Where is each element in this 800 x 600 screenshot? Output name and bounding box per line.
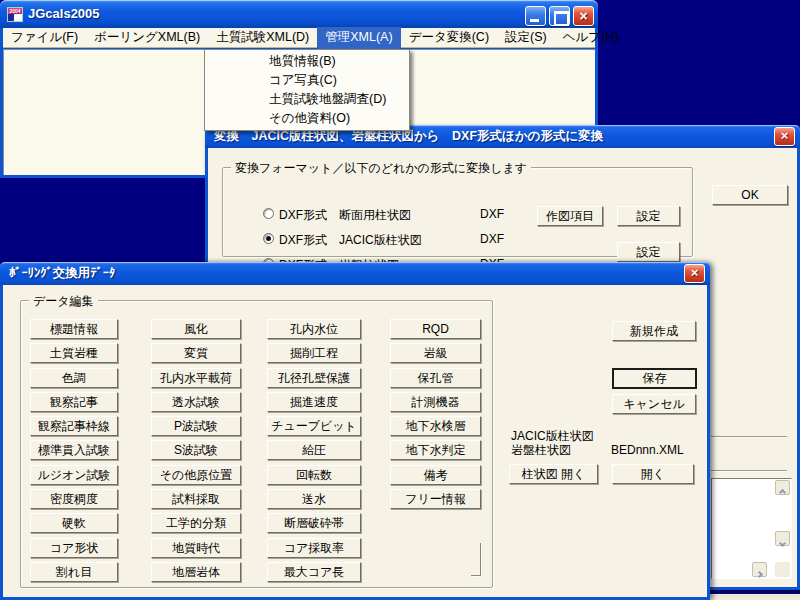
dxf-suffix-label: DXF (480, 207, 504, 221)
format-groupbox-label: 変換フォーマット／以下のどれかの形式に変換します (231, 160, 531, 177)
convert-list-box[interactable] (711, 478, 792, 579)
edit-item-button[interactable]: P波試験 (151, 416, 241, 436)
separator-line (711, 470, 787, 471)
edit-item-button[interactable]: 透水試験 (151, 392, 241, 412)
edit-item-button[interactable]: 孔内水平載荷 (151, 368, 241, 388)
radio-dxf-jacic-label: DXF形式 JACIC版柱状図 (279, 232, 422, 249)
format-groupbox: 変換フォーマット／以下のどれかの形式に変換します DXF形式 断面用柱状図 DX… (222, 167, 693, 257)
edit-item-button[interactable]: 観察記事枠線 (30, 416, 118, 436)
edit-item-button[interactable]: チューブビット (267, 416, 361, 436)
edit-item-button[interactable]: 標題情報 (30, 319, 118, 339)
ok-button[interactable]: OK (712, 185, 788, 205)
inner-frame-corner (471, 543, 481, 576)
edit-item-button[interactable]: 地質時代 (151, 538, 241, 558)
edit-item-button[interactable]: 変質 (151, 343, 241, 363)
settings-button-2[interactable]: 設定 (617, 242, 680, 262)
radio-dxf-jacic[interactable] (263, 233, 274, 244)
edit-item-button[interactable]: 風化 (151, 319, 241, 339)
edit-item-button[interactable]: 工学的分類 (151, 513, 241, 533)
menu-bar: ファイル(F) ボーリングXML(B) 土質試験XML(D) 管理XML(A) … (3, 28, 595, 48)
close-icon[interactable]: × (774, 127, 795, 146)
edit-item-button[interactable]: 備考 (390, 465, 481, 485)
menu-option-other-docs[interactable]: その他資料(O) (205, 109, 409, 128)
edit-item-button[interactable]: 割れ目 (30, 562, 118, 582)
app-icon-mark (8, 14, 22, 22)
new-button[interactable]: 新規作成 (612, 321, 696, 341)
edit-item-button[interactable]: 標準貫入試験 (30, 440, 118, 460)
plot-items-button[interactable]: 作図項目 (537, 206, 603, 226)
edit-item-button[interactable]: 孔内水位 (267, 319, 361, 339)
cancel-button[interactable]: キャンセル (612, 394, 696, 414)
edit-item-button[interactable]: 掘削工程 (267, 343, 361, 363)
app-icon-year: 2004 (8, 8, 22, 14)
edit-item-button[interactable]: 硬軟 (30, 513, 118, 533)
app-icon: 2004 (7, 7, 23, 22)
edit-item-button[interactable]: 色調 (30, 368, 118, 388)
main-title-bar[interactable]: 2004 JGcals2005 × (0, 0, 598, 28)
edit-item-button[interactable]: 計測機器 (390, 392, 481, 412)
maximize-button[interactable] (549, 6, 570, 26)
edit-item-button[interactable]: 土質岩種 (30, 343, 118, 363)
window-title: JGcals2005 (28, 6, 100, 21)
menu-item-file[interactable]: ファイル(F) (3, 27, 86, 49)
boring-exchange-dialog: ﾎﾞｰﾘﾝｸﾞ交換用ﾃﾞｰﾀ × データ編集 標題情報 土質岩種 色調 観察記事… (0, 262, 710, 600)
edit-item-button[interactable]: 回転数 (267, 465, 361, 485)
edit-item-button[interactable]: 孔径孔壁保護 (267, 368, 361, 388)
scroll-right-button[interactable] (752, 562, 767, 577)
radio-dxf-section-label: DXF形式 断面用柱状図 (279, 207, 411, 224)
data-edit-groupbox-label: データ編集 (29, 293, 98, 310)
menu-option-geology-info[interactable]: 地質情報(B) (205, 52, 409, 71)
menu-item-kanri-xml[interactable]: 管理XML(A) (317, 27, 400, 49)
menu-item-soil-test-xml[interactable]: 土質試験XML(D) (208, 27, 317, 49)
radio-dxf-section[interactable] (263, 208, 274, 219)
edit-item-button[interactable]: 給圧 (267, 440, 361, 460)
jacic-chart-label-line2: 岩盤柱状図 (511, 443, 571, 457)
close-icon[interactable]: × (684, 264, 705, 283)
edit-item-button[interactable]: 断層破砕帯 (267, 513, 361, 533)
edit-item-button[interactable]: 送水 (267, 489, 361, 509)
open-xml-button[interactable]: 開く (612, 464, 694, 484)
scrollbar-corner (775, 562, 790, 577)
boring-dialog-title-bar[interactable]: ﾎﾞｰﾘﾝｸﾞ交換用ﾃﾞｰﾀ × (0, 262, 710, 285)
edit-item-button[interactable]: RQD (390, 319, 481, 339)
edit-item-button[interactable]: コア採取率 (267, 538, 361, 558)
scroll-up-button[interactable] (775, 480, 790, 495)
menu-item-data-convert[interactable]: データ変換(C) (401, 27, 497, 49)
jacic-chart-label: JACIC版柱状図 岩盤柱状図 (511, 429, 594, 457)
edit-item-button[interactable]: その他原位置 (151, 465, 241, 485)
edit-item-button[interactable]: 試料採取 (151, 489, 241, 509)
save-button[interactable]: 保存 (612, 368, 697, 389)
menu-item-boring-xml[interactable]: ボーリングXML(B) (86, 27, 208, 49)
edit-item-button[interactable]: 岩級 (390, 343, 481, 363)
scroll-down-button[interactable] (775, 531, 790, 546)
edit-item-button[interactable]: 地層岩体 (151, 562, 241, 582)
separator-line (711, 436, 787, 437)
edit-item-button[interactable]: 地下水判定 (390, 440, 481, 460)
menu-option-core-photo[interactable]: コア写真(C) (205, 71, 409, 90)
settings-button-1[interactable]: 設定 (617, 206, 680, 226)
menu-item-help[interactable]: ヘルプ(H) (555, 27, 627, 49)
dxf-suffix-label: DXF (480, 232, 504, 246)
edit-item-button[interactable]: 最大コア長 (267, 562, 361, 582)
edit-item-button[interactable]: S波試験 (151, 440, 241, 460)
close-button[interactable]: × (573, 6, 594, 26)
open-chart-button[interactable]: 柱状図 開く (509, 464, 598, 484)
boring-dialog-client: データ編集 標題情報 土質岩種 色調 観察記事 観察記事枠線 標準貫入試験 ルジ… (3, 285, 707, 597)
edit-item-button[interactable]: ルジオン試験 (30, 465, 118, 485)
boring-dialog-title: ﾎﾞｰﾘﾝｸﾞ交換用ﾃﾞｰﾀ (9, 266, 115, 280)
edit-item-button[interactable]: 観察記事 (30, 392, 118, 412)
edit-item-button[interactable]: コア形状 (30, 538, 118, 558)
convert-dialog-title: 変換 JACIC版柱状図、岩盤柱状図から DXF形式ほかの形式に変換 (214, 129, 603, 143)
edit-item-button[interactable]: 密度稠度 (30, 489, 118, 509)
minimize-button[interactable] (525, 6, 546, 26)
menu-item-settings[interactable]: 設定(S) (497, 27, 555, 49)
bed-xml-label: BEDnnn.XML (611, 443, 684, 457)
edit-item-button[interactable]: 保孔管 (390, 368, 481, 388)
kanri-xml-dropdown-menu: 地質情報(B) コア写真(C) 土質試験地盤調査(D) その他資料(O) (204, 49, 410, 131)
menu-option-soil-test-survey[interactable]: 土質試験地盤調査(D) (205, 90, 409, 109)
edit-item-button[interactable]: フリー情報 (390, 489, 481, 509)
jacic-chart-label-line1: JACIC版柱状図 (511, 429, 594, 443)
edit-item-button[interactable]: 掘進速度 (267, 392, 361, 412)
edit-item-button[interactable]: 地下水検層 (390, 416, 481, 436)
